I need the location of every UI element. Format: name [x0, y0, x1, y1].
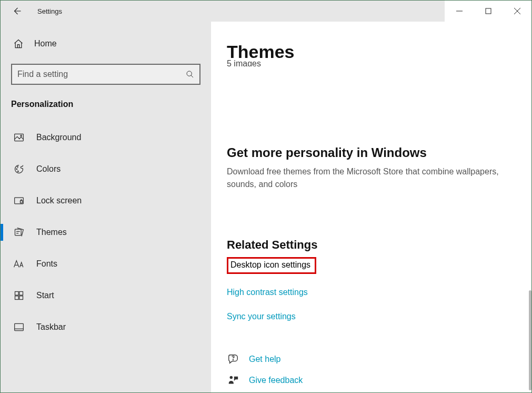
highlight-annotation: Desktop icon settings: [227, 257, 316, 274]
svg-rect-12: [21, 201, 23, 203]
sidebar-item-label: Themes: [36, 228, 67, 237]
close-button[interactable]: [503, 1, 531, 22]
settings-window: Settings Home: [0, 0, 532, 393]
back-button[interactable]: [11, 5, 23, 17]
give-feedback-row[interactable]: Give feedback: [227, 374, 516, 387]
sidebar-item-taskbar[interactable]: Taskbar: [1, 311, 211, 343]
sidebar-section-label: Personalization: [1, 94, 211, 122]
lockscreen-icon: [13, 195, 25, 207]
related-settings-heading: Related Settings: [227, 238, 516, 252]
svg-point-4: [187, 71, 192, 76]
sidebar-home[interactable]: Home: [1, 31, 211, 56]
close-icon: [514, 8, 520, 14]
get-help-row[interactable]: Get help: [227, 353, 516, 366]
more-personality-heading: Get more personality in Windows: [227, 145, 516, 160]
support-section: Get help Give feedback: [227, 353, 516, 387]
sidebar-item-lockscreen[interactable]: Lock screen: [1, 185, 211, 217]
sidebar-item-start[interactable]: Start: [1, 280, 211, 311]
svg-point-8: [16, 169, 17, 170]
titlebar-left: Settings: [1, 5, 62, 17]
themes-icon: [13, 227, 25, 238]
link-sync-your-settings[interactable]: Sync your settings: [227, 312, 296, 321]
taskbar-icon: [13, 321, 25, 333]
search-wrap: [11, 64, 200, 85]
search-input[interactable]: [17, 70, 186, 79]
sidebar-item-themes[interactable]: Themes: [1, 217, 211, 248]
link-give-feedback[interactable]: Give feedback: [249, 376, 303, 385]
svg-rect-18: [15, 323, 24, 330]
home-icon: [13, 38, 24, 49]
svg-rect-1: [486, 8, 491, 14]
svg-rect-14: [15, 292, 19, 296]
svg-point-10: [18, 171, 19, 172]
minimize-icon: [456, 8, 463, 14]
feedback-icon: [227, 374, 239, 387]
sidebar-item-fonts[interactable]: Fonts: [1, 248, 211, 280]
link-high-contrast-settings[interactable]: High contrast settings: [227, 288, 308, 297]
sidebar-item-label: Taskbar: [36, 322, 66, 332]
image-icon: [13, 132, 25, 143]
search-box[interactable]: [11, 64, 200, 85]
sidebar-item-label: Colors: [36, 164, 61, 174]
sidebar-item-background[interactable]: Background: [1, 122, 211, 153]
window-body: Home Personalization: [1, 22, 531, 392]
svg-point-20: [233, 359, 233, 360]
start-icon: [13, 290, 25, 301]
sidebar: Home Personalization: [1, 22, 211, 392]
minimize-button[interactable]: [445, 1, 474, 22]
main-content: Themes 5 images Get more personality in …: [211, 22, 531, 392]
window-title: Settings: [37, 7, 62, 15]
titlebar: Settings: [1, 1, 531, 22]
link-get-help[interactable]: Get help: [249, 355, 280, 364]
svg-rect-13: [15, 229, 22, 235]
sidebar-item-label: Lock screen: [36, 196, 82, 205]
sidebar-home-label: Home: [34, 39, 57, 48]
sidebar-item-label: Fonts: [36, 259, 57, 269]
svg-rect-15: [19, 292, 23, 296]
back-arrow-icon: [12, 6, 22, 16]
svg-point-9: [17, 166, 18, 168]
more-personality-desc: Download free themes from the Microsoft …: [227, 165, 511, 191]
sidebar-item-label: Start: [36, 291, 54, 300]
sidebar-item-colors[interactable]: Colors: [1, 153, 211, 185]
sidebar-item-label: Background: [36, 133, 81, 142]
svg-point-7: [21, 135, 22, 136]
svg-point-21: [230, 376, 233, 379]
window-controls: [445, 1, 531, 22]
svg-rect-16: [15, 296, 19, 300]
vertical-scrollbar-thumb[interactable]: [529, 290, 531, 390]
search-icon: [186, 70, 194, 78]
maximize-button[interactable]: [474, 1, 503, 22]
help-icon: [227, 353, 239, 366]
fonts-icon: [13, 258, 25, 270]
svg-rect-17: [19, 296, 23, 300]
maximize-icon: [485, 8, 491, 14]
palette-icon: [13, 163, 25, 175]
svg-line-5: [191, 75, 193, 77]
link-desktop-icon-settings[interactable]: Desktop icon settings: [230, 260, 310, 269]
